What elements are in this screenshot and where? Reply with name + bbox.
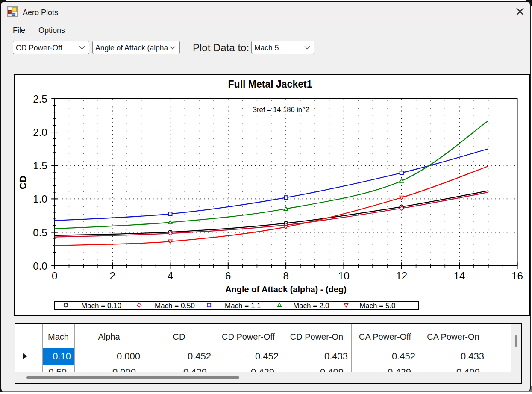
svg-text:12: 12	[396, 270, 407, 282]
svg-text:4: 4	[168, 270, 173, 282]
svg-text:1.5: 1.5	[33, 160, 47, 171]
svg-text:Mach = 2.0: Mach = 2.0	[293, 302, 329, 310]
svg-text:2: 2	[109, 270, 115, 282]
svg-text:0.0: 0.0	[33, 260, 47, 272]
svg-text:Full Metal Jacket1: Full Metal Jacket1	[228, 79, 312, 90]
svg-text:Mach = 1.1: Mach = 1.1	[225, 302, 261, 310]
svg-text:CD: CD	[18, 176, 28, 189]
svg-text:Angle of Attack (alpha) - (deg: Angle of Attack (alpha) - (deg)	[225, 285, 347, 294]
svg-text:Mach = 0.50: Mach = 0.50	[155, 302, 195, 310]
svg-text:Sref = 14.186 in^2: Sref = 14.186 in^2	[252, 106, 309, 113]
svg-text:14: 14	[454, 270, 465, 282]
svg-text:Mach = 5.0: Mach = 5.0	[359, 302, 396, 310]
svg-text:6: 6	[225, 270, 231, 282]
svg-text:0.5: 0.5	[33, 227, 47, 238]
svg-text:0: 0	[52, 270, 57, 282]
svg-text:2.0: 2.0	[33, 126, 47, 138]
svg-text:1.0: 1.0	[33, 193, 47, 205]
svg-text:10: 10	[338, 270, 350, 282]
svg-text:8: 8	[283, 270, 288, 282]
svg-text:Mach = 0.10: Mach = 0.10	[81, 302, 121, 310]
svg-text:2.5: 2.5	[33, 93, 47, 105]
svg-text:16: 16	[511, 270, 523, 282]
